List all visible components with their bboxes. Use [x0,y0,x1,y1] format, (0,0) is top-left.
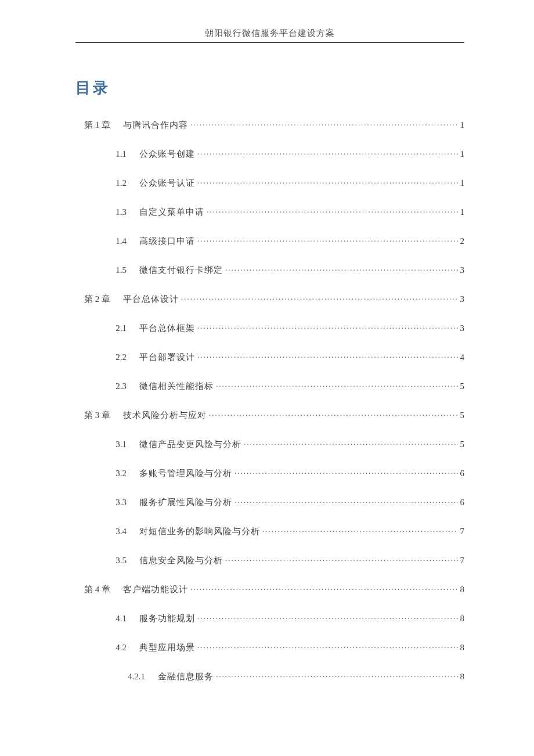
toc-entry: 2.2平台部署设计4 [75,351,464,363]
toc-entry: 3.2多账号管理风险与分析6 [75,467,464,479]
toc-entry-number: 3.5 [75,556,139,566]
toc-entry-title: 公众账号创建 [139,149,195,160]
toc-entry: 第 1 章与腾讯合作内容1 [75,119,464,131]
toc-entry-number: 第 4 章 [75,584,123,595]
toc-entry-title: 服务功能规划 [139,613,195,624]
toc-entry: 3.5信息安全风险与分析7 [75,555,464,566]
toc-entry-number: 4.1 [75,614,139,624]
toc-leader-dots [216,671,458,679]
toc-entry-title: 微信相关性能指标 [139,381,214,392]
toc-entry: 4.2典型应用场景8 [75,642,464,653]
toc-leader-dots [216,380,458,389]
toc-entry-number: 1.2 [75,178,139,188]
toc-entry: 1.1公众账号创建1 [75,148,464,160]
toc-entry-page: 3 [460,265,465,275]
toc-entry-page: 1 [460,149,465,159]
toc-entry-title: 微信产品变更风险与分析 [139,439,241,450]
toc-leader-dots [197,235,458,244]
toc-entry: 3.1微信产品变更风险与分析5 [75,438,464,450]
toc-entry-title: 对短信业务的影响风险与分析 [139,526,260,537]
toc-leader-dots [197,642,458,650]
toc-entry-number: 1.4 [75,236,139,246]
toc-entry-number: 3.4 [75,527,139,537]
toc-entry-title: 金融信息服务 [158,671,214,682]
toc-leader-dots [197,177,458,186]
toc-leader-dots [225,555,458,563]
toc-entry-title: 典型应用场景 [139,642,195,653]
toc-leader-dots [209,409,458,418]
toc-entry-title: 技术风险分析与应对 [123,410,207,421]
toc-entry-page: 8 [460,672,465,682]
toc-entry-page: 3 [460,323,465,333]
toc-entry-number: 4.2.1 [75,672,158,682]
toc-entry-title: 平台总体设计 [123,294,179,305]
toc-entry: 1.5微信支付银行卡绑定3 [75,264,464,276]
toc-entry-page: 1 [460,178,465,188]
page-header-title: 朝阳银行微信服务平台建设方案 [75,28,464,43]
toc-leader-dots [197,613,458,621]
toc-entry-title: 与腾讯合作内容 [123,120,188,131]
toc-entry-page: 2 [460,236,465,246]
toc-entry-page: 7 [460,527,465,537]
toc-entry-page: 6 [460,498,465,507]
toc-leader-dots [181,293,458,302]
toc-entry-page: 4 [460,352,465,362]
toc-entry: 3.4对短信业务的影响风险与分析7 [75,525,464,537]
toc-heading: 目录 [75,78,464,98]
toc-entry-number: 第 2 章 [75,294,123,305]
toc-entry-title: 自定义菜单申请 [139,207,204,218]
toc-entry-number: 3.1 [75,440,139,449]
toc-entry: 第 4 章客户端功能设计8 [75,584,464,595]
toc-leader-dots [244,438,458,447]
toc-entry: 2.1平台总体框架3 [75,322,464,334]
toc-leader-dots [207,206,458,215]
toc-entry-page: 1 [460,207,465,217]
toc-entry: 1.3自定义菜单申请1 [75,206,464,218]
toc-entry-number: 第 3 章 [75,410,123,421]
toc-entry-page: 3 [460,294,465,304]
toc-leader-dots [225,264,458,273]
toc-entry-number: 1.5 [75,265,139,275]
table-of-contents: 第 1 章与腾讯合作内容11.1公众账号创建11.2公众账号认证11.3自定义菜… [75,119,464,682]
toc-entry-page: 5 [460,411,465,420]
toc-entry-number: 第 1 章 [75,120,123,131]
toc-entry-title: 公众账号认证 [139,178,195,189]
toc-entry-title: 多账号管理风险与分析 [139,468,232,479]
toc-entry-title: 客户端功能设计 [123,584,188,595]
toc-entry-number: 3.3 [75,498,139,507]
toc-entry-page: 7 [460,556,465,566]
toc-entry-page: 8 [460,614,465,624]
document-page: 朝阳银行微信服务平台建设方案 目录 第 1 章与腾讯合作内容11.1公众账号创建… [0,0,534,735]
toc-leader-dots [197,322,458,331]
toc-entry-number: 2.1 [75,323,139,333]
toc-entry-number: 1.3 [75,207,139,217]
toc-entry-page: 5 [460,381,465,391]
toc-entry-title: 高级接口申请 [139,236,195,247]
toc-entry-page: 8 [460,643,465,653]
toc-entry-page: 8 [460,585,465,595]
toc-entry: 第 2 章平台总体设计3 [75,293,464,305]
toc-entry-title: 服务扩展性风险与分析 [139,497,232,508]
toc-entry: 1.4高级接口申请2 [75,235,464,247]
toc-leader-dots [197,148,458,157]
toc-leader-dots [190,119,458,128]
toc-entry: 4.2.1金融信息服务8 [75,671,464,682]
toc-entry: 1.2公众账号认证1 [75,177,464,189]
toc-entry-number: 1.1 [75,149,139,159]
toc-leader-dots [197,351,458,360]
toc-entry-title: 信息安全风险与分析 [139,555,223,566]
toc-entry-page: 5 [460,440,465,449]
toc-entry-number: 4.2 [75,643,139,653]
toc-entry-page: 1 [460,120,465,130]
toc-entry: 4.1服务功能规划8 [75,613,464,624]
toc-entry-number: 3.2 [75,469,139,478]
toc-entry: 第 3 章技术风险分析与应对5 [75,409,464,421]
toc-entry-title: 平台总体框架 [139,323,195,334]
toc-entry-title: 微信支付银行卡绑定 [139,265,223,276]
toc-leader-dots [234,496,458,505]
toc-entry-number: 2.2 [75,352,139,362]
toc-leader-dots [262,525,458,534]
toc-entry: 3.3服务扩展性风险与分析6 [75,496,464,508]
toc-leader-dots [234,467,458,476]
toc-entry-title: 平台部署设计 [139,352,195,363]
